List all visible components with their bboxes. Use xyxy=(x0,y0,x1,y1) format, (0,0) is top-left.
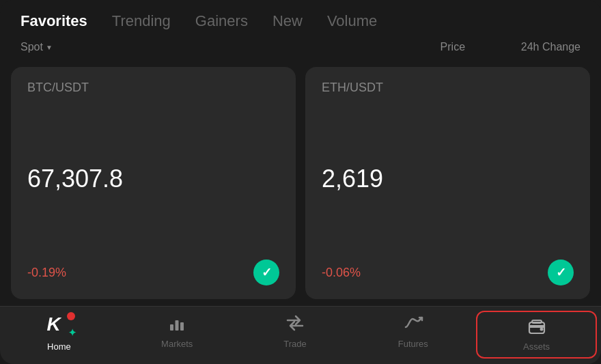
btc-price: 67,307.8 xyxy=(27,165,279,193)
price-column-label: Price xyxy=(425,41,480,53)
assets-icon xyxy=(527,316,547,338)
futures-icon xyxy=(403,313,423,335)
nav-home-label: Home xyxy=(47,341,71,352)
cards-area: BTC/USDT 67,307.8 -0.19% ETH/USDT 2,619 … xyxy=(0,60,601,306)
nav-assets[interactable]: Assets xyxy=(476,311,597,359)
btc-pair: BTC/USDT xyxy=(27,81,279,95)
eth-pair: ETH/USDT xyxy=(322,81,574,95)
spot-dropdown-icon: ▼ xyxy=(46,44,53,51)
btc-favorite-check[interactable] xyxy=(253,260,279,285)
eth-price: 2,619 xyxy=(322,165,574,193)
btc-base: BTC xyxy=(27,81,52,94)
svg-rect-4 xyxy=(529,325,544,328)
markets-icon xyxy=(167,313,186,335)
kucoin-logo: K ✦ xyxy=(46,313,71,338)
kucoin-notification-dot xyxy=(67,312,75,320)
tab-new[interactable]: New xyxy=(272,12,303,30)
eth-quote: /USDT xyxy=(346,81,383,94)
eth-change: -0.06% xyxy=(322,266,361,280)
nav-trade-label: Trade xyxy=(283,339,306,349)
column-headers: Spot ▼ Price 24h Change xyxy=(0,37,601,60)
trade-icon xyxy=(285,313,305,335)
eth-favorite-check[interactable] xyxy=(548,260,574,285)
change-column-label: 24h Change xyxy=(521,41,581,53)
svg-rect-2 xyxy=(180,322,184,331)
nav-futures[interactable]: Futures xyxy=(354,313,472,356)
column-right-labels: Price 24h Change xyxy=(425,41,581,53)
btc-quote: /USDT xyxy=(52,81,89,94)
spot-label: Spot xyxy=(20,41,43,53)
tab-trending[interactable]: Trending xyxy=(112,12,171,30)
spot-filter[interactable]: Spot ▼ xyxy=(20,41,53,53)
tab-gainers[interactable]: Gainers xyxy=(195,12,248,30)
kucoin-k-letter: K xyxy=(46,313,60,335)
eth-bottom: -0.06% xyxy=(322,260,574,285)
tab-volume[interactable]: Volume xyxy=(327,12,377,30)
btc-bottom: -0.19% xyxy=(27,260,279,285)
svg-rect-1 xyxy=(176,320,179,331)
svg-rect-0 xyxy=(170,324,173,331)
btc-change: -0.19% xyxy=(27,266,66,280)
nav-home[interactable]: K ✦ Home xyxy=(0,313,118,356)
nav-trade[interactable]: Trade xyxy=(236,313,354,356)
eth-card[interactable]: ETH/USDT 2,619 -0.06% xyxy=(305,67,590,299)
svg-point-6 xyxy=(540,328,543,331)
tab-favorites[interactable]: Favorites xyxy=(20,12,87,30)
bottom-nav: K ✦ Home Markets Trade xyxy=(0,306,601,364)
nav-assets-label: Assets xyxy=(523,341,550,352)
tabs-row: Favorites Trending Gainers New Volume xyxy=(0,0,601,37)
btc-card[interactable]: BTC/USDT 67,307.8 -0.19% xyxy=(11,67,296,299)
kucoin-check-icon: ✦ xyxy=(68,327,76,338)
nav-markets-label: Markets xyxy=(161,339,193,349)
nav-futures-label: Futures xyxy=(398,339,428,349)
eth-base: ETH xyxy=(322,81,346,94)
nav-markets[interactable]: Markets xyxy=(118,313,236,356)
